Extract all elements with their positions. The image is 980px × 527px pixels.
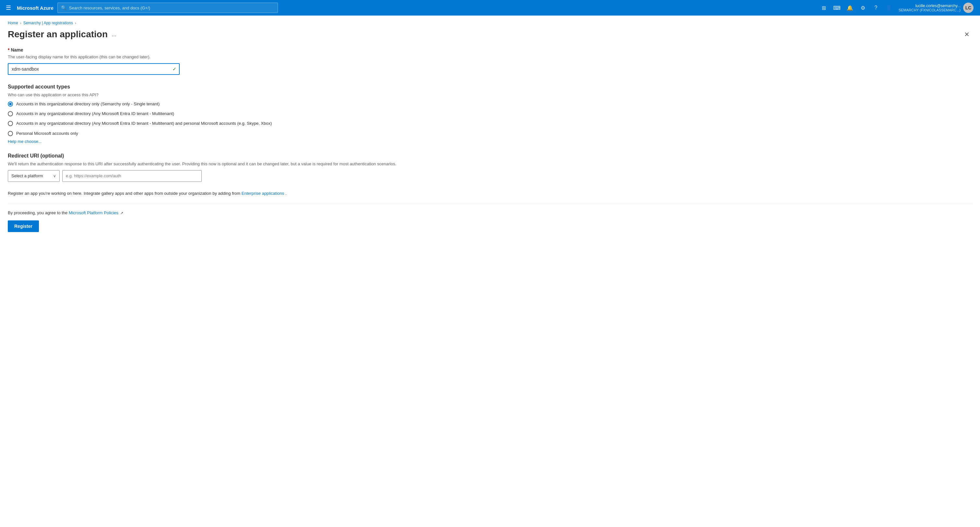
top-navigation: ☰ Microsoft Azure 🔍 Search resources, se…	[0, 0, 980, 16]
account-type-radio-group: Accounts in this organizational director…	[8, 101, 972, 137]
help-me-choose-link[interactable]: Help me choose...	[8, 139, 42, 144]
redirect-uri-section: Redirect URI (optional) We'll return the…	[8, 153, 972, 182]
account-type-option-4[interactable]: Personal Microsoft accounts only	[8, 131, 972, 137]
bottom-note-text-before: Register an app you're working on here. …	[8, 191, 242, 196]
name-section: * Name The user-facing display name for …	[8, 47, 972, 75]
search-placeholder-text: Search resources, services, and docs (G+…	[69, 5, 150, 10]
help-icon-button[interactable]: ?	[870, 2, 882, 14]
radio-button-1[interactable]	[8, 102, 13, 106]
name-valid-checkmark-icon: ✓	[172, 67, 177, 71]
redirect-uri-description: We'll return the authentication response…	[8, 161, 972, 166]
chevron-down-icon: ∨	[53, 174, 56, 178]
name-label-text: Name	[11, 47, 23, 52]
account-type-label-1: Accounts in this organizational director…	[16, 101, 159, 107]
name-description: The user-facing display name for this ap…	[8, 54, 972, 59]
redirect-uri-input[interactable]	[62, 170, 202, 182]
breadcrumb-separator-1: ›	[20, 21, 21, 25]
footer-divider	[8, 203, 972, 204]
account-types-title: Supported account types	[8, 84, 972, 90]
user-info: lucille.cortes@semarchy... SEMARCHY (FXN…	[899, 3, 961, 12]
radio-button-3[interactable]	[8, 121, 13, 126]
page-title: Register an application	[8, 29, 108, 40]
required-star: *	[8, 47, 10, 52]
feedback-icon-button[interactable]: 👤	[883, 2, 895, 14]
breadcrumb-separator-2: ›	[75, 21, 76, 25]
page-content: Home › Semarchy | App registrations › Re…	[0, 16, 980, 527]
radio-button-2[interactable]	[8, 111, 13, 116]
enterprise-applications-link[interactable]: Enterprise applications	[242, 191, 285, 196]
search-bar[interactable]: 🔍 Search resources, services, and docs (…	[57, 3, 278, 13]
name-input-wrapper: ✓	[8, 63, 180, 75]
radio-inner-1	[9, 103, 12, 105]
page-header: Register an application ··· ✕	[8, 29, 972, 40]
microsoft-platform-policies-link[interactable]: Microsoft Platform Policies	[69, 210, 118, 215]
settings-icon-button[interactable]: ⚙	[857, 2, 869, 14]
user-name: lucille.cortes@semarchy...	[899, 3, 961, 8]
register-button[interactable]: Register	[8, 221, 39, 232]
account-type-label-2: Accounts in any organizational directory…	[16, 111, 174, 117]
azure-logo: Microsoft Azure	[17, 5, 54, 11]
platform-select-dropdown[interactable]: Select a platform ∨	[8, 170, 60, 182]
application-name-input[interactable]	[8, 63, 180, 75]
search-icon: 🔍	[61, 5, 67, 10]
breadcrumb-app-registrations[interactable]: Semarchy | App registrations	[23, 21, 73, 25]
breadcrumb: Home › Semarchy | App registrations ›	[8, 19, 972, 25]
breadcrumb-home[interactable]: Home	[8, 21, 18, 25]
page-menu-icon[interactable]: ···	[111, 32, 116, 39]
notifications-icon-button[interactable]: 🔔	[844, 2, 856, 14]
account-type-option-2[interactable]: Accounts in any organizational directory…	[8, 111, 972, 117]
page-title-row: Register an application ···	[8, 29, 116, 40]
hamburger-menu-button[interactable]: ☰	[4, 2, 13, 13]
policy-row: By proceeding, you agree to the Microsof…	[8, 210, 972, 215]
account-type-label-4: Personal Microsoft accounts only	[16, 131, 78, 137]
external-link-icon: ↗	[120, 211, 123, 215]
portal-icon-button[interactable]: ⊞	[818, 2, 830, 14]
redirect-uri-title: Redirect URI (optional)	[8, 153, 972, 159]
bottom-note-text-after: .	[285, 191, 287, 196]
user-profile-button[interactable]: lucille.cortes@semarchy... SEMARCHY (FXN…	[896, 1, 976, 14]
avatar: LC	[963, 3, 974, 13]
radio-button-4[interactable]	[8, 131, 13, 136]
account-type-label-3: Accounts in any organizational directory…	[16, 121, 272, 126]
nav-right-actions: ⊞ ⌨ 🔔 ⚙ ? 👤 lucille.cortes@semarchy... S…	[818, 1, 976, 14]
account-types-section: Supported account types Who can use this…	[8, 84, 972, 144]
account-type-option-3[interactable]: Accounts in any organizational directory…	[8, 121, 972, 126]
policy-text-before: By proceeding, you agree to the	[8, 210, 69, 215]
redirect-uri-inputs-row: Select a platform ∨	[8, 170, 972, 182]
name-label: * Name	[8, 47, 972, 52]
account-types-question: Who can use this application or access t…	[8, 92, 972, 97]
platform-select-label: Select a platform	[11, 173, 43, 178]
cloud-shell-icon-button[interactable]: ⌨	[831, 2, 843, 14]
close-button[interactable]: ✕	[961, 29, 972, 40]
account-type-option-1[interactable]: Accounts in this organizational director…	[8, 101, 972, 107]
bottom-note: Register an app you're working on here. …	[8, 191, 972, 196]
user-tenant: SEMARCHY (FXNICOLASSEMARC...)	[899, 8, 961, 12]
